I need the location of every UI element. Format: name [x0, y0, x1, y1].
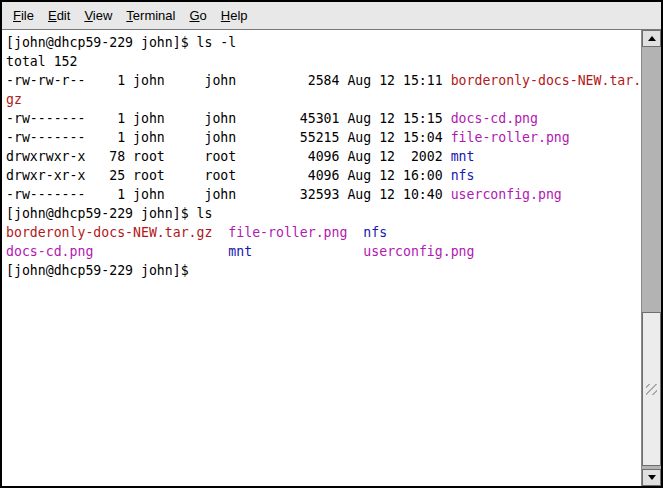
menu-item-file[interactable]: File — [12, 6, 35, 25]
terminal-text: [john@dhcp59-229 john]$ ls — [6, 206, 212, 221]
terminal-screen[interactable]: [john@dhcp59-229 john]$ ls -ltotal 152-r… — [2, 30, 641, 486]
terminal-text — [212, 225, 228, 240]
up-arrow-icon — [648, 36, 656, 41]
terminal-line: drwxr-xr-x 25 root root 4096 Aug 12 16:0… — [6, 166, 641, 185]
terminal-line: total 152 — [6, 52, 641, 71]
window-content: [john@dhcp59-229 john]$ ls -ltotal 152-r… — [2, 30, 661, 486]
directory-name: mnt — [228, 244, 252, 259]
terminal-text — [252, 244, 363, 259]
image-filename: docs-cd.png — [6, 244, 93, 259]
terminal-line: -rw------- 1 john john 32593 Aug 12 10:4… — [6, 185, 641, 204]
terminal-text — [347, 225, 363, 240]
image-filename: file-roller.png — [451, 130, 570, 145]
menu-item-view[interactable]: View — [83, 6, 113, 25]
terminal-text: -rw------- 1 john john 45301 Aug 12 15:1… — [6, 111, 451, 126]
terminal-line: docs-cd.png mnt userconfig.png — [6, 242, 641, 261]
terminal-line: -rw-rw-r-- 1 john john 2584 Aug 12 15:11… — [6, 71, 641, 90]
archive-filename: borderonly-docs-NEW.tar. — [451, 73, 641, 88]
terminal-line: [john@dhcp59-229 john]$ — [6, 261, 641, 280]
terminal-text: total 152 — [6, 54, 77, 69]
scrollbar-up-button[interactable] — [642, 30, 661, 47]
terminal-line: [john@dhcp59-229 john]$ ls — [6, 204, 641, 223]
terminal-text: drwxrwxr-x 78 root root 4096 Aug 12 2002 — [6, 149, 451, 164]
image-filename: userconfig.png — [451, 187, 562, 202]
down-arrow-icon — [648, 475, 656, 480]
directory-name: nfs — [451, 168, 475, 183]
thumb-grip-icon — [646, 384, 657, 395]
scrollbar-down-button[interactable] — [642, 469, 661, 486]
directory-name: nfs — [363, 225, 387, 240]
image-filename: userconfig.png — [363, 244, 474, 259]
scrollbar-track[interactable] — [642, 47, 661, 469]
terminal-line: borderonly-docs-NEW.tar.gz file-roller.p… — [6, 223, 641, 242]
directory-name: mnt — [451, 149, 475, 164]
terminal-line: -rw------- 1 john john 55215 Aug 12 15:0… — [6, 128, 641, 147]
menu-item-terminal[interactable]: Terminal — [125, 6, 176, 25]
terminal-text: [john@dhcp59-229 john]$ — [6, 263, 189, 278]
terminal-text: -rw-rw-r-- 1 john john 2584 Aug 12 15:11 — [6, 73, 451, 88]
terminal-line: gz — [6, 90, 641, 109]
terminal-text: [john@dhcp59-229 john]$ ls -l — [6, 35, 236, 50]
terminal-line: -rw------- 1 john john 45301 Aug 12 15:1… — [6, 109, 641, 128]
menu-item-go[interactable]: Go — [188, 6, 207, 25]
terminal-text: -rw------- 1 john john 55215 Aug 12 15:0… — [6, 130, 451, 145]
terminal-text — [93, 244, 228, 259]
terminal-line: [john@dhcp59-229 john]$ ls -l — [6, 33, 641, 52]
terminal-text: drwxr-xr-x 25 root root 4096 Aug 12 16:0… — [6, 168, 451, 183]
archive-filename: borderonly-docs-NEW.tar.gz — [6, 225, 212, 240]
image-filename: file-roller.png — [228, 225, 347, 240]
terminal-window: FileEditViewTerminalGoHelp [john@dhcp59-… — [0, 0, 663, 488]
menu-item-edit[interactable]: Edit — [47, 6, 71, 25]
archive-filename: gz — [6, 92, 22, 107]
terminal-text: -rw------- 1 john john 32593 Aug 12 10:4… — [6, 187, 451, 202]
menu-bar: FileEditViewTerminalGoHelp — [2, 2, 661, 30]
menu-item-help[interactable]: Help — [220, 6, 249, 25]
terminal-line: drwxrwxr-x 78 root root 4096 Aug 12 2002… — [6, 147, 641, 166]
scrollbar-thumb[interactable] — [642, 312, 661, 466]
image-filename: docs-cd.png — [451, 111, 538, 126]
scrollbar — [641, 30, 661, 486]
